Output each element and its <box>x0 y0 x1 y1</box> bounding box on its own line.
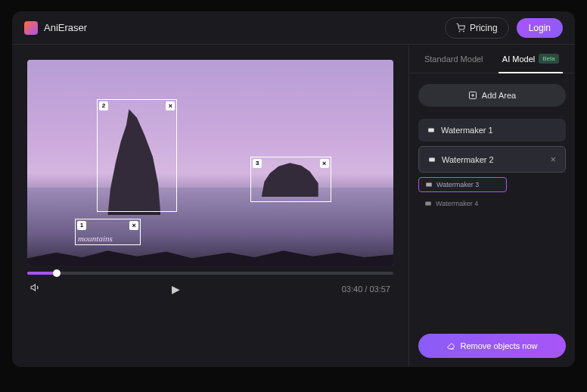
svg-marker-2 <box>31 285 35 291</box>
watermark-item-1[interactable]: Watermaker 1 <box>418 119 566 142</box>
watermark-label: Watermaker 4 <box>436 200 478 207</box>
login-button[interactable]: Login <box>517 18 563 38</box>
watermark-label: Watermaker 3 <box>436 181 479 188</box>
play-icon[interactable]: ▶ <box>172 283 180 295</box>
watermark-text: mountains <box>78 234 113 243</box>
watermark-list: Watermaker 1 Watermaker 2 × Watermaker 3… <box>418 119 566 210</box>
remove-objects-button[interactable]: Remove objects now <box>418 334 566 358</box>
add-area-icon <box>468 91 477 100</box>
pricing-button[interactable]: Pricing <box>445 17 509 39</box>
tab-ai-model[interactable]: AI Model Beta <box>492 45 570 73</box>
selection-number: 3 <box>253 159 262 168</box>
header: AniEraser Pricing Login <box>12 11 575 45</box>
resize-handle[interactable] <box>250 196 256 202</box>
app-window: AniEraser Pricing Login 2 × <box>12 11 575 367</box>
selection-close-icon[interactable]: × <box>166 101 175 110</box>
resize-handle[interactable] <box>135 239 141 245</box>
body: 2 × 1 × mountains 3 × <box>12 45 575 367</box>
selection-close-icon[interactable]: × <box>320 159 329 168</box>
video-preview[interactable]: 2 × 1 × mountains 3 × <box>27 60 393 266</box>
beta-badge: Beta <box>539 54 558 64</box>
svg-point-1 <box>463 31 464 32</box>
selection-number: 1 <box>77 221 86 230</box>
brand-logo-icon <box>24 21 38 35</box>
watermark-label: Watermaker 1 <box>441 126 493 135</box>
cart-icon <box>456 23 465 33</box>
tab-ai-label: AI Model <box>502 54 535 64</box>
watermark-icon <box>427 126 435 134</box>
watermark-item-3-input[interactable]: Watermaker 3 <box>418 177 507 192</box>
selection-box-2[interactable]: 2 × <box>97 99 177 213</box>
sidebar-footer: Remove objects now <box>409 325 575 367</box>
main-panel: 2 × 1 × mountains 3 × <box>12 45 408 367</box>
tab-standard-model[interactable]: Standard Model <box>415 45 492 73</box>
svg-rect-7 <box>429 157 435 161</box>
svg-rect-8 <box>426 183 432 187</box>
resize-handle[interactable] <box>97 206 103 212</box>
watermark-icon <box>425 181 433 188</box>
remove-objects-label: Remove objects now <box>460 341 537 350</box>
resize-handle[interactable] <box>75 239 81 245</box>
resize-handle[interactable] <box>325 196 331 202</box>
brand-name: AniEraser <box>44 22 87 33</box>
pricing-label: Pricing <box>470 23 498 33</box>
brand: AniEraser <box>24 21 87 35</box>
watermark-item-2[interactable]: Watermaker 2 × <box>418 146 566 173</box>
header-right: Pricing Login <box>445 17 563 39</box>
resize-handle[interactable] <box>171 206 177 212</box>
video-controls: ▶ 03:40 / 03:57 <box>27 282 393 296</box>
selection-box-3[interactable]: 3 × <box>250 157 331 202</box>
svg-rect-9 <box>425 202 431 206</box>
svg-point-0 <box>459 31 460 32</box>
sidebar-content: Add Area Watermaker 1 Watermaker 2 × Wa <box>409 73 575 325</box>
svg-rect-6 <box>428 129 434 132</box>
watermark-icon <box>428 156 436 163</box>
eraser-icon <box>446 341 455 350</box>
add-area-label: Add Area <box>482 91 516 100</box>
time-display: 03:40 / 03:57 <box>342 285 390 294</box>
watermark-icon <box>424 200 432 207</box>
progress-thumb[interactable] <box>53 269 61 277</box>
sidebar: Standard Model AI Model Beta Add Area Wa… <box>408 45 575 367</box>
add-area-button[interactable]: Add Area <box>418 84 566 107</box>
selection-number: 2 <box>99 101 108 110</box>
selection-box-1[interactable]: 1 × mountains <box>75 219 141 245</box>
volume-icon[interactable] <box>30 282 41 296</box>
model-tabs: Standard Model AI Model Beta <box>409 45 575 73</box>
close-icon[interactable]: × <box>550 154 556 165</box>
progress-bar[interactable] <box>27 272 393 275</box>
selection-close-icon[interactable]: × <box>129 221 138 230</box>
watermark-label: Watermaker 2 <box>442 155 494 164</box>
watermark-item-4[interactable]: Watermaker 4 <box>418 197 507 210</box>
